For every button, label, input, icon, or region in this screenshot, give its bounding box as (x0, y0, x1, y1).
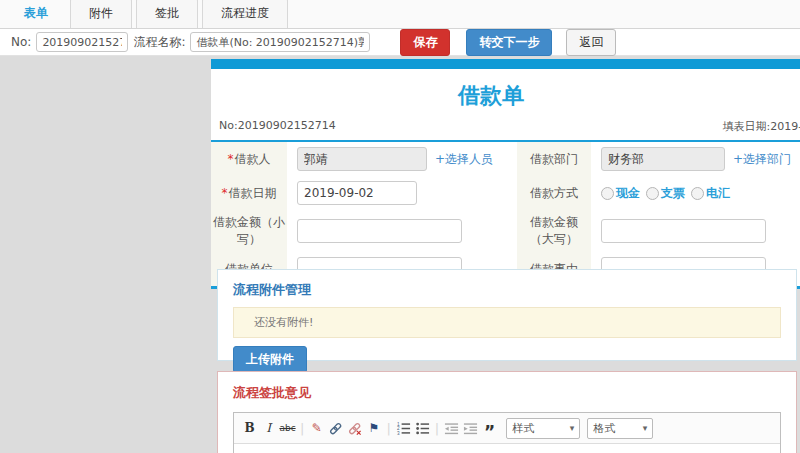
top-toolbar: No: 流程名称: 保存 转交下一步 返回 (0, 29, 800, 56)
strikethrough-icon[interactable]: abc (279, 419, 296, 437)
radio-cash[interactable]: 现金 (601, 185, 640, 202)
tab-attachments[interactable]: 附件 (70, 0, 132, 28)
remove-format-icon[interactable]: ✎ (308, 419, 325, 437)
styles-dropdown[interactable]: 样式 ▾ (506, 418, 580, 439)
numbered-list-icon[interactable]: 123 (395, 419, 412, 437)
method-field-cell: 现金 支票 电汇 (591, 176, 800, 210)
next-step-button[interactable]: 转交下一步 (466, 29, 552, 56)
method-label-cell: 借款方式 (517, 176, 591, 210)
loan-method-radio-group: 现金 支票 电汇 (601, 185, 736, 202)
rich-text-editor: B I abc | ✎ ⚑ | 123 | (233, 412, 781, 453)
link-icon[interactable] (327, 419, 344, 437)
svg-text:3: 3 (397, 430, 400, 435)
form-title: 借款单 (211, 69, 771, 119)
borrower-input[interactable] (297, 147, 427, 171)
dept-label-cell: 借款部门 (517, 142, 591, 176)
tab-form[interactable]: 表单 (6, 0, 66, 28)
approval-panel: 流程签批意见 B I abc | ✎ ⚑ | 123 (217, 371, 797, 453)
bulleted-list-icon[interactable] (414, 419, 431, 437)
editor-content-area[interactable] (234, 444, 780, 453)
amount-upper-label-cell: 借款金额（大写） (517, 210, 591, 252)
radio-icon[interactable] (646, 187, 659, 200)
tab-process-progress[interactable]: 流程进度 (202, 0, 288, 28)
attachment-heading: 流程附件管理 (233, 281, 781, 299)
upload-attachment-button[interactable]: 上传附件 (233, 346, 307, 373)
loan-date-input[interactable] (297, 181, 417, 205)
radio-icon[interactable] (691, 187, 704, 200)
toolbar-separator: | (386, 421, 390, 436)
amount-upper-field-cell (591, 210, 800, 252)
no-input[interactable] (36, 32, 128, 52)
loan-form-panel: 借款单 No:20190902152714 填表日期:2019-09-02 15… (211, 59, 800, 289)
form-meta-row: No:20190902152714 填表日期:2019-09-02 15:27:… (211, 119, 800, 142)
select-dept-link[interactable]: +选择部门 (733, 151, 791, 168)
radio-icon[interactable] (601, 187, 614, 200)
borrower-label-cell: *借款人 (211, 142, 287, 176)
process-name-input[interactable] (190, 32, 370, 52)
italic-icon[interactable]: I (260, 419, 277, 437)
process-name-label: 流程名称: (133, 34, 185, 51)
amount-lower-input[interactable] (297, 219, 462, 243)
tab-bar: 表单 附件 签批 流程进度 (0, 0, 800, 29)
tab-approval[interactable]: 签批 (136, 0, 198, 28)
bold-icon[interactable]: B (241, 419, 258, 437)
select-person-link[interactable]: +选择人员 (435, 151, 493, 168)
radio-cheque[interactable]: 支票 (646, 185, 685, 202)
back-button[interactable]: 返回 (566, 29, 616, 56)
chevron-down-icon: ▾ (643, 423, 648, 433)
radio-wire[interactable]: 电汇 (691, 185, 730, 202)
save-button[interactable]: 保存 (400, 29, 450, 56)
amount-lower-label-cell: 借款金额（小写） (211, 210, 287, 252)
editor-toolbar: B I abc | ✎ ⚑ | 123 | (234, 413, 780, 444)
form-date-text: 填表日期:2019-09-02 15:27:14 (722, 119, 800, 134)
chevron-down-icon: ▾ (570, 423, 575, 433)
outdent-icon[interactable] (443, 419, 460, 437)
date-field-cell (287, 176, 517, 210)
form-no-text: No:20190902152714 (219, 119, 336, 134)
panel-top-bar (211, 59, 800, 69)
content-area: 借款单 No:20190902152714 填表日期:2019-09-02 15… (0, 56, 800, 453)
required-marker: * (228, 152, 234, 166)
format-dropdown[interactable]: 格式 ▾ (587, 418, 653, 439)
borrower-field-cell: +选择人员 (287, 142, 517, 176)
approval-heading: 流程签批意见 (233, 384, 781, 402)
anchor-flag-icon[interactable]: ⚑ (365, 419, 382, 437)
amount-lower-field-cell (287, 210, 517, 252)
amount-upper-input[interactable] (601, 219, 766, 243)
unlink-icon[interactable] (346, 419, 363, 437)
blockquote-icon[interactable]: ” (481, 415, 498, 441)
indent-icon[interactable] (462, 419, 479, 437)
loan-form-grid: *借款人 +选择人员 借款部门 +选择部门 *借款日期 借款方式 (211, 142, 800, 289)
toolbar-separator: | (435, 421, 439, 436)
no-attachment-alert: 还没有附件! (233, 307, 781, 338)
dept-field-cell: +选择部门 (591, 142, 800, 176)
date-label-cell: *借款日期 (211, 176, 287, 210)
required-marker: * (222, 186, 228, 200)
no-label: No: (11, 35, 31, 49)
toolbar-separator: | (300, 421, 304, 436)
attachment-panel: 流程附件管理 还没有附件! 上传附件 (217, 269, 797, 361)
dept-input[interactable] (601, 147, 725, 171)
